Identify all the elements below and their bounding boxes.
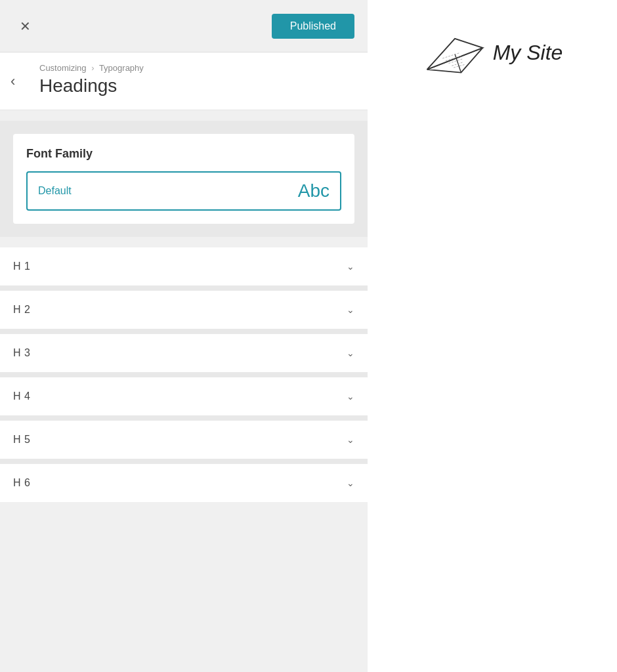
breadcrumb-current: Typography — [99, 63, 144, 73]
left-panel: ✕ Published ‹ Customizing › Typography H… — [0, 0, 368, 672]
chevron-down-icon: ⌄ — [347, 434, 354, 445]
heading-item[interactable]: H 6⌄ — [0, 464, 368, 502]
chevron-down-icon: ⌄ — [347, 261, 354, 272]
top-bar: ✕ Published — [0, 0, 368, 52]
heading-item[interactable]: H 2⌄ — [0, 291, 368, 334]
heading-item[interactable]: H 3⌄ — [0, 334, 368, 377]
breadcrumb-parent: Customizing — [39, 63, 87, 73]
font-family-select[interactable]: Default Abc — [26, 171, 341, 211]
heading-label: H 2 — [13, 304, 30, 316]
font-family-section: Font Family Default Abc — [0, 121, 368, 237]
font-family-label: Font Family — [26, 147, 341, 161]
breadcrumb: Customizing › Typography — [39, 63, 352, 73]
heading-item[interactable]: H 4⌄ — [0, 377, 368, 421]
heading-label: H 4 — [13, 390, 30, 402]
heading-label: H 6 — [13, 477, 30, 489]
published-button[interactable]: Published — [272, 14, 354, 39]
site-logo-area: My Site — [422, 26, 563, 79]
breadcrumb-area: ‹ Customizing › Typography Headings — [0, 52, 368, 110]
chevron-down-icon: ⌄ — [347, 304, 354, 315]
font-select-value: Default — [38, 185, 72, 197]
font-family-card: Font Family Default Abc — [13, 134, 354, 224]
paper-plane-icon — [422, 26, 488, 79]
chevron-down-icon: ⌄ — [347, 391, 354, 402]
heading-item[interactable]: H 1⌄ — [0, 247, 368, 291]
heading-list: H 1⌄H 2⌄H 3⌄H 4⌄H 5⌄H 6⌄ — [0, 247, 368, 502]
font-preview: Abc — [298, 180, 330, 201]
site-name: My Site — [493, 41, 563, 65]
heading-label: H 1 — [13, 261, 30, 272]
breadcrumb-separator: › — [91, 63, 94, 73]
right-panel: My Site — [368, 0, 617, 672]
chevron-down-icon: ⌄ — [347, 478, 354, 488]
close-button[interactable]: ✕ — [13, 14, 37, 38]
heading-label: H 3 — [13, 347, 30, 359]
page-title: Headings — [39, 75, 352, 96]
heading-item[interactable]: H 5⌄ — [0, 421, 368, 464]
back-button[interactable]: ‹ — [11, 73, 15, 90]
chevron-down-icon: ⌄ — [347, 348, 354, 358]
heading-label: H 5 — [13, 434, 30, 446]
